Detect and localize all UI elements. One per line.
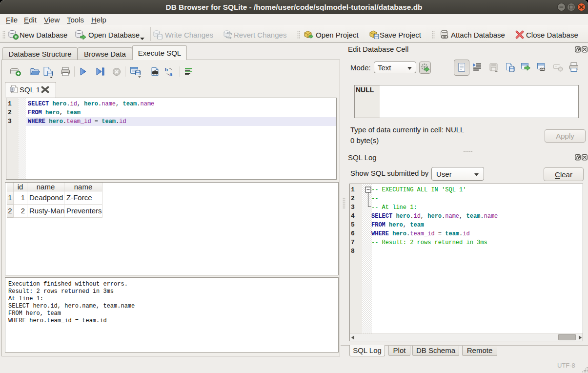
- svg-text:a: a: [169, 70, 173, 77]
- svg-text:b: b: [165, 66, 168, 72]
